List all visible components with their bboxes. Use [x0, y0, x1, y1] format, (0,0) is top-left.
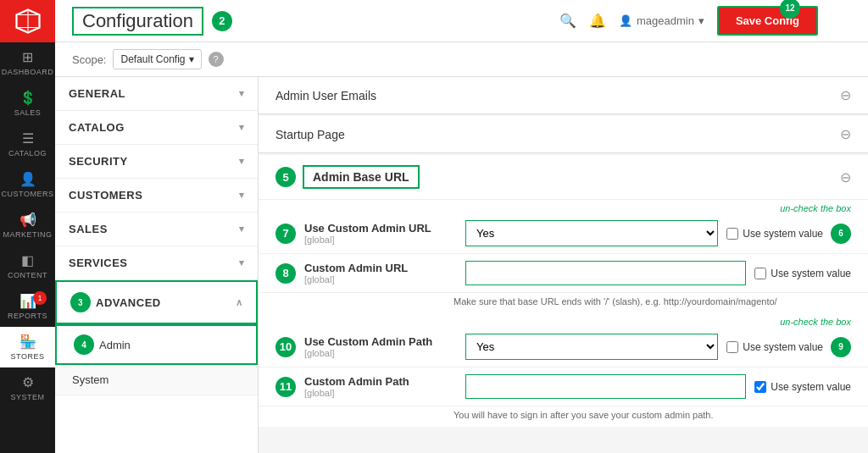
- sidebar-item-catalog-label: CATALOG: [8, 149, 47, 157]
- content: GENERAL ▾ CATALOG ▾ SECURITY ▾ CUSTOMERS…: [55, 77, 868, 453]
- step-4-badge: 4: [74, 334, 94, 355]
- main-area: Configuration 2 🔍 🔔 👤 mageadmin ▾ Save C…: [55, 0, 868, 453]
- sidebar-item-marketing[interactable]: 📢 MARKETING: [0, 205, 55, 246]
- nav-security-chevron: ▾: [239, 156, 245, 167]
- nav-sales-chevron: ▾: [239, 224, 245, 235]
- nav-advanced-label: ADVANCED: [96, 296, 161, 309]
- sidebar-item-catalog[interactable]: ☰ CATALOG: [0, 124, 55, 164]
- scope-section: Scope: Default Config ▾ ?: [72, 49, 224, 69]
- sidebar-item-stores[interactable]: 🏪 STORES: [0, 327, 55, 367]
- sidebar-item-dashboard-label: DASHBOARD: [2, 68, 54, 76]
- use-custom-admin-path-input-area: Yes No: [465, 334, 718, 360]
- step-7-area: 7: [275, 224, 296, 244]
- user-menu[interactable]: 👤 mageadmin ▾: [619, 14, 704, 27]
- sidebar-item-dashboard[interactable]: ⊞ DASHBOARD: [0, 42, 55, 83]
- custom-admin-url-input-area: [465, 261, 746, 285]
- use-custom-admin-path-sublabel: [global]: [304, 348, 457, 358]
- nav-sub-item-admin[interactable]: 4 Admin: [55, 324, 258, 365]
- sidebar-item-reports-label: REPORTS: [8, 312, 47, 320]
- header-left: Configuration 2: [72, 7, 232, 36]
- step-11-area: 11: [275, 377, 296, 397]
- nav-customers-chevron: ▾: [239, 190, 245, 201]
- nav-services-chevron: ▾: [239, 257, 245, 268]
- sidebar-item-sales[interactable]: 💲 SALES: [0, 83, 55, 124]
- use-custom-admin-path-checkbox[interactable]: [726, 341, 738, 353]
- step-2-badge: 2: [212, 11, 232, 31]
- page-title: Configuration: [72, 7, 203, 36]
- use-custom-admin-path-row: 10 Use Custom Admin Path [global] Yes No: [259, 327, 868, 367]
- step-8-area: 8: [275, 263, 296, 284]
- sidebar-item-system[interactable]: ⚙ SYSTEM: [0, 367, 55, 408]
- custom-admin-url-label: Custom Admin URL: [304, 262, 457, 274]
- nav-services-label: SERVICES: [69, 257, 128, 269]
- sales-icon: 💲: [19, 90, 36, 106]
- nav-security-label: SECURITY: [69, 155, 128, 168]
- nav-catalog-chevron: ▾: [239, 122, 245, 133]
- save-config-button[interactable]: Save Config: [717, 6, 818, 36]
- use-custom-admin-url-checkbox[interactable]: [726, 228, 738, 240]
- step-9-badge: 9: [831, 337, 851, 357]
- nav-item-services[interactable]: SERVICES ▾: [55, 246, 258, 280]
- custom-admin-path-input[interactable]: [465, 374, 746, 399]
- custom-admin-path-input-area: [465, 374, 746, 399]
- sidebar-item-reports[interactable]: 📊 REPORTS 1: [0, 286, 55, 327]
- admin-user-emails-toggle[interactable]: ⊖: [840, 87, 851, 103]
- scope-dropdown-icon: ▾: [189, 53, 194, 65]
- custom-admin-url-row: 8 Custom Admin URL [global] Use system v…: [259, 254, 868, 293]
- custom-admin-url-input[interactable]: [465, 261, 746, 285]
- nav-item-sales[interactable]: SALES ▾: [55, 213, 258, 246]
- marketing-icon: 📢: [19, 212, 36, 228]
- scope-select[interactable]: Default Config ▾: [113, 49, 201, 69]
- custom-admin-path-row: 11 Custom Admin Path [global] Use system…: [259, 367, 868, 406]
- nav-customers-label: CUSTOMERS: [69, 189, 142, 202]
- sidebar-item-system-label: SYSTEM: [10, 393, 44, 401]
- notification-icon[interactable]: 🔔: [589, 13, 606, 29]
- custom-admin-url-system-check: Use system value: [754, 268, 851, 279]
- use-custom-admin-url-select[interactable]: Yes No: [465, 220, 718, 246]
- sidebar-item-customers[interactable]: 👤 CUSTOMERS: [0, 164, 55, 205]
- step-5-badge: 5: [275, 167, 296, 187]
- startup-page-toggle[interactable]: ⊖: [840, 126, 851, 142]
- custom-admin-url-checkbox[interactable]: [754, 268, 766, 279]
- nav-admin-label: Admin: [99, 339, 131, 351]
- sidebar-item-customers-label: CUSTOMERS: [2, 190, 54, 198]
- use-custom-admin-path-label: Use Custom Admin Path: [304, 335, 457, 348]
- admin-user-emails-header: Admin User Emails ⊖: [259, 77, 868, 114]
- nav-item-customers[interactable]: CUSTOMERS ▾: [55, 179, 258, 213]
- nav-item-catalog[interactable]: CATALOG ▾: [55, 111, 258, 145]
- admin-base-url-toggle[interactable]: ⊖: [840, 169, 851, 185]
- help-icon[interactable]: ?: [209, 52, 224, 67]
- custom-admin-path-label: Custom Admin Path: [304, 375, 457, 388]
- user-avatar-icon: 👤: [619, 14, 632, 27]
- sidebar-item-content[interactable]: ◧ CONTENT: [0, 246, 55, 286]
- step-11-badge: 11: [275, 377, 296, 397]
- use-custom-admin-path-wrapper: un-check the box 10 Use Custom Admin Pat…: [259, 313, 868, 367]
- custom-admin-path-label-area: Custom Admin Path [global]: [304, 375, 457, 398]
- nav-item-advanced[interactable]: 3 ADVANCED ∧: [55, 280, 258, 324]
- left-nav: GENERAL ▾ CATALOG ▾ SECURITY ▾ CUSTOMERS…: [55, 77, 259, 453]
- use-custom-admin-url-label: Use Custom Admin URL: [304, 222, 457, 235]
- content-icon: ◧: [21, 252, 34, 268]
- use-custom-admin-url-input-area: Yes No: [465, 220, 718, 246]
- custom-admin-path-sublabel: [global]: [304, 388, 457, 398]
- use-custom-admin-path-select[interactable]: Yes No: [465, 334, 718, 360]
- dashboard-icon: ⊞: [22, 49, 33, 65]
- nav-general-label: GENERAL: [69, 87, 125, 100]
- nav-sub-item-system[interactable]: System: [55, 365, 258, 395]
- custom-admin-path-system-label: Use system value: [771, 381, 851, 393]
- custom-admin-url-label-area: Custom Admin URL [global]: [304, 262, 457, 285]
- nav-item-security[interactable]: SECURITY ▾: [55, 145, 258, 179]
- sidebar-logo: [0, 0, 55, 42]
- system-icon: ⚙: [22, 374, 34, 390]
- custom-admin-path-checkbox[interactable]: [754, 381, 766, 393]
- step-6-badge: 6: [831, 224, 851, 244]
- nav-item-general[interactable]: GENERAL ▾: [55, 77, 258, 111]
- stores-icon: 🏪: [19, 334, 36, 350]
- search-icon[interactable]: 🔍: [559, 13, 576, 29]
- toolbar: Scope: Default Config ▾ ?: [55, 42, 868, 77]
- use-custom-admin-url-wrapper: un-check the box 7 Use Custom Admin URL …: [259, 200, 868, 254]
- custom-admin-path-wrapper: 11 Custom Admin Path [global] Use system…: [259, 367, 868, 427]
- use-custom-admin-url-label-area: Use Custom Admin URL [global]: [304, 222, 457, 245]
- reports-badge: 1: [33, 291, 47, 305]
- right-panel: Admin User Emails ⊖ Startup Page ⊖ 5 Adm…: [259, 77, 868, 453]
